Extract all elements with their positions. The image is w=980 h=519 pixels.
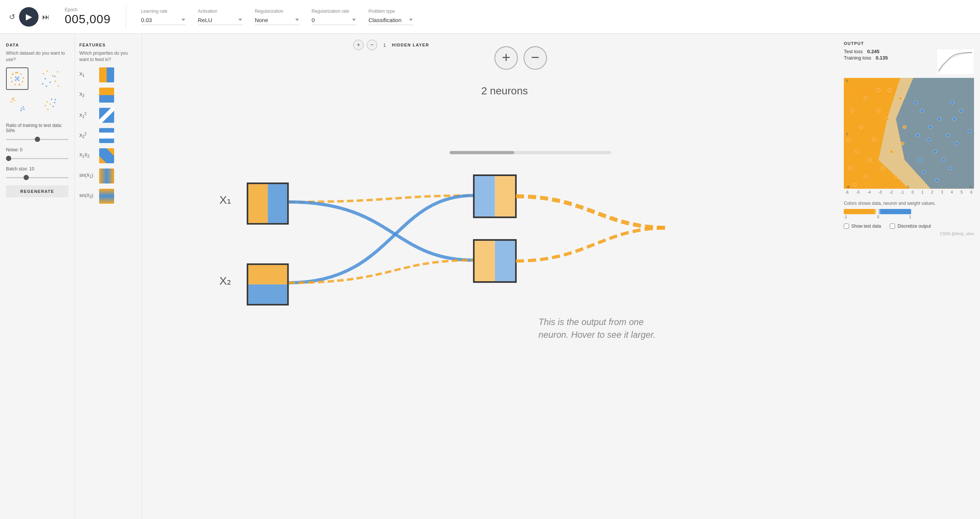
hidden-neuron-2[interactable] — [474, 240, 515, 282]
svg-rect-28 — [7, 94, 28, 115]
color-legend: Colors shows data, neuron and weight val… — [844, 200, 974, 219]
svg-point-91 — [851, 109, 854, 112]
learning-rate-label: Learning rate — [141, 9, 186, 14]
feature-x1x2-thumb — [99, 148, 114, 163]
noise-label: Noise: 0 — [6, 147, 68, 152]
dataset-random-preview — [40, 68, 60, 89]
svg-point-30 — [13, 100, 15, 101]
feature-x1sq-thumb — [99, 108, 114, 123]
svg-point-17 — [43, 73, 44, 75]
svg-rect-60 — [474, 241, 495, 281]
problem-type-group: Problem type Classification Regression — [369, 9, 414, 25]
dataset-circle[interactable] — [6, 67, 29, 90]
svg-point-94 — [864, 175, 867, 178]
svg-point-7 — [11, 81, 13, 82]
svg-point-20 — [57, 71, 58, 73]
svg-point-31 — [11, 101, 12, 102]
hidden-neuron-1[interactable] — [474, 175, 515, 217]
svg-text:-6: -6 — [846, 185, 850, 189]
feature-sinx1[interactable]: sin(X1) — [80, 169, 137, 184]
test-loss-row: Test loss 0.245 — [844, 49, 888, 54]
svg-point-84 — [859, 125, 863, 129]
show-test-data-checkbox[interactable] — [844, 224, 849, 229]
dataset-gaussian[interactable] — [6, 93, 29, 115]
data-section-desc: Which dataset do you want to use? — [6, 50, 68, 63]
feature-x1x2[interactable]: X1X2 — [80, 148, 137, 163]
play-button[interactable]: ▶ — [19, 7, 38, 27]
svg-point-67 — [927, 138, 930, 141]
svg-point-9 — [12, 73, 14, 75]
svg-point-76 — [923, 171, 926, 174]
color-bar-mid: 0 — [877, 215, 879, 219]
discretize-output-checkbox[interactable] — [890, 224, 895, 229]
feature-x2sq[interactable]: X22 — [80, 128, 137, 143]
svg-rect-50 — [248, 184, 268, 223]
svg-point-6 — [14, 84, 16, 85]
features-section-desc: Which properties do you want to feed in? — [80, 50, 137, 63]
learning-rate-group: Learning rate 0.03 0.00001 0.0001 0.001 … — [141, 9, 186, 25]
activation-select[interactable]: ReLU Tanh Sigmoid Linear — [198, 15, 243, 25]
ratio-slider-group: Ratio of training to test data: 50% — [6, 123, 68, 141]
dataset-spiral[interactable] — [39, 93, 61, 115]
feature-x1x2-label: X1X2 — [80, 152, 96, 158]
reg-rate-select[interactable]: 0 0.001 0.003 0.01 0.03 0.1 0.3 1 3 10 — [312, 15, 356, 25]
input-x1-node[interactable]: X₁ — [219, 184, 288, 224]
svg-point-45 — [55, 99, 56, 101]
svg-rect-55 — [248, 284, 287, 304]
playback-controls: ↺ ▶ ⏭ — [9, 7, 50, 27]
regularization-group: Regularization None L1 L2 — [255, 9, 300, 25]
ratio-slider[interactable] — [6, 139, 68, 140]
learning-rate-select[interactable]: 0.03 0.00001 0.0001 0.001 0.003 0.01 0.1… — [141, 15, 186, 25]
output-visualization: 0 -6 6 6 0 -6 — [844, 78, 974, 189]
batch-slider-group: Batch size: 10 — [6, 166, 68, 179]
problem-type-select[interactable]: Classification Regression — [369, 15, 414, 25]
reg-rate-group: Regularization rate 0 0.001 0.003 0.01 0… — [312, 9, 356, 25]
svg-point-73 — [953, 117, 956, 121]
regularization-select[interactable]: None L1 L2 — [255, 15, 300, 25]
svg-point-70 — [918, 158, 921, 162]
svg-point-72 — [955, 142, 958, 145]
svg-rect-54 — [248, 265, 287, 284]
svg-point-80 — [914, 101, 917, 104]
reset-button[interactable]: ↺ — [9, 13, 15, 21]
svg-point-64 — [920, 109, 923, 112]
input-x2-node[interactable]: X₂ — [219, 264, 288, 305]
batch-value: 10 — [29, 166, 34, 171]
svg-point-41 — [47, 109, 49, 110]
svg-rect-51 — [268, 184, 287, 223]
test-loss-value: 0.245 — [867, 49, 880, 54]
svg-point-74 — [916, 134, 920, 137]
svg-text:+: + — [502, 49, 511, 65]
svg-point-29 — [11, 99, 13, 100]
svg-point-88 — [868, 158, 872, 162]
step-button[interactable]: ⏭ — [42, 13, 50, 21]
batch-slider[interactable] — [6, 177, 68, 178]
svg-point-8 — [11, 77, 12, 79]
svg-point-25 — [49, 81, 51, 83]
features-panel: FEATURES Which properties do you want to… — [75, 34, 142, 519]
svg-point-65 — [929, 125, 932, 129]
noise-slider[interactable] — [6, 158, 68, 159]
svg-rect-61 — [495, 241, 515, 281]
feature-x2[interactable]: X2 — [80, 88, 137, 102]
svg-point-13 — [18, 77, 19, 78]
svg-point-27 — [54, 76, 56, 77]
svg-point-89 — [881, 167, 885, 170]
ratio-label: Ratio of training to test data: 50% — [6, 123, 68, 133]
regularization-label: Regularization — [255, 9, 300, 14]
svg-rect-58 — [495, 176, 515, 216]
feature-x1sq[interactable]: X12 — [80, 108, 137, 123]
noise-slider-group: Noise: 0 — [6, 147, 68, 160]
svg-point-87 — [855, 150, 858, 153]
svg-point-92 — [899, 97, 902, 100]
feature-sinx2[interactable]: sin(X2) — [80, 189, 137, 204]
feature-x2-label: X2 — [80, 92, 96, 98]
regenerate-button[interactable]: REGENERATE — [6, 185, 68, 197]
discretize-output-label: Discretize output — [897, 224, 931, 229]
svg-point-79 — [968, 129, 971, 133]
feature-x1[interactable]: X1 — [80, 67, 137, 82]
svg-point-78 — [959, 109, 963, 112]
dataset-random[interactable] — [39, 67, 61, 90]
svg-text:X₁: X₁ — [219, 193, 231, 206]
dataset-gaussian-preview — [7, 94, 28, 115]
